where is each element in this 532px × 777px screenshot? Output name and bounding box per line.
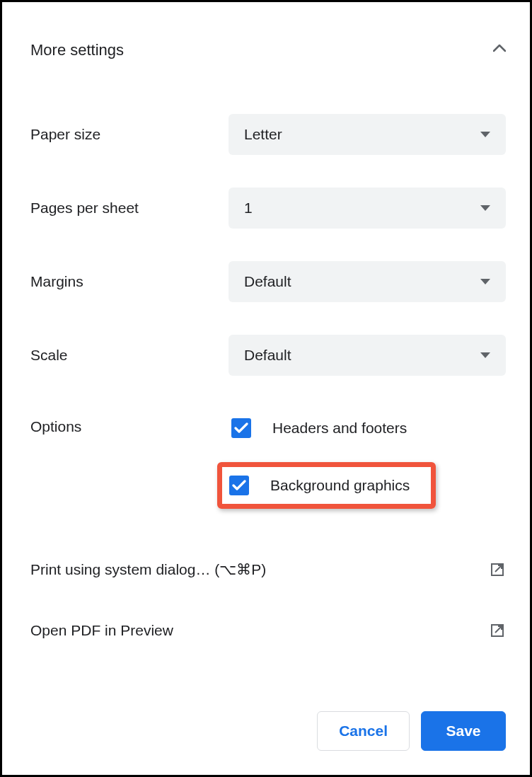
pages-per-sheet-label: Pages per sheet: [30, 200, 229, 217]
margins-select[interactable]: Default: [229, 261, 506, 302]
save-button-label: Save: [446, 723, 480, 739]
print-system-dialog-text: Print using system dialog… (⌥⌘P): [30, 561, 266, 578]
paper-size-value: Letter: [244, 126, 282, 143]
options-label: Options: [30, 414, 229, 435]
scale-row: Scale Default: [30, 335, 506, 376]
open-external-icon: [489, 622, 506, 639]
more-settings-header[interactable]: More settings: [30, 30, 506, 70]
paper-size-select[interactable]: Letter: [229, 114, 506, 155]
open-external-icon: [489, 561, 506, 578]
pages-per-sheet-value: 1: [244, 200, 253, 217]
dropdown-icon: [480, 132, 490, 137]
scale-select[interactable]: Default: [229, 335, 506, 376]
paper-size-label: Paper size: [30, 126, 229, 143]
scale-value: Default: [244, 347, 291, 364]
background-graphics-checkbox[interactable]: [229, 476, 249, 495]
headers-footers-checkbox[interactable]: [231, 418, 251, 438]
cancel-button[interactable]: Cancel: [317, 711, 410, 751]
dropdown-icon: [480, 279, 490, 284]
headers-footers-label: Headers and footers: [272, 420, 407, 437]
background-graphics-highlight: Background graphics: [217, 462, 436, 509]
chevron-up-icon: [493, 44, 506, 57]
options-row: Options Headers and footers Background g…: [30, 414, 506, 513]
more-settings-panel: More settings Paper size Letter Pages pe…: [0, 0, 532, 777]
margins-value: Default: [244, 273, 291, 290]
pages-per-sheet-row: Pages per sheet 1: [30, 188, 506, 229]
dialog-buttons: Cancel Save: [30, 711, 506, 755]
dropdown-icon: [480, 205, 490, 211]
open-pdf-preview-text: Open PDF in Preview: [30, 622, 173, 639]
scale-label: Scale: [30, 347, 229, 364]
margins-label: Margins: [30, 273, 229, 290]
dropdown-icon: [480, 352, 490, 358]
paper-size-row: Paper size Letter: [30, 114, 506, 155]
margins-row: Margins Default: [30, 261, 506, 302]
open-pdf-preview-link[interactable]: Open PDF in Preview: [30, 616, 506, 645]
pages-per-sheet-select[interactable]: 1: [229, 188, 506, 229]
save-button[interactable]: Save: [421, 711, 506, 751]
print-system-dialog-link[interactable]: Print using system dialog… (⌥⌘P): [30, 556, 506, 584]
headers-footers-option[interactable]: Headers and footers: [229, 414, 506, 442]
background-graphics-label: Background graphics: [270, 477, 410, 494]
cancel-button-label: Cancel: [339, 723, 388, 739]
more-settings-title: More settings: [30, 41, 124, 59]
